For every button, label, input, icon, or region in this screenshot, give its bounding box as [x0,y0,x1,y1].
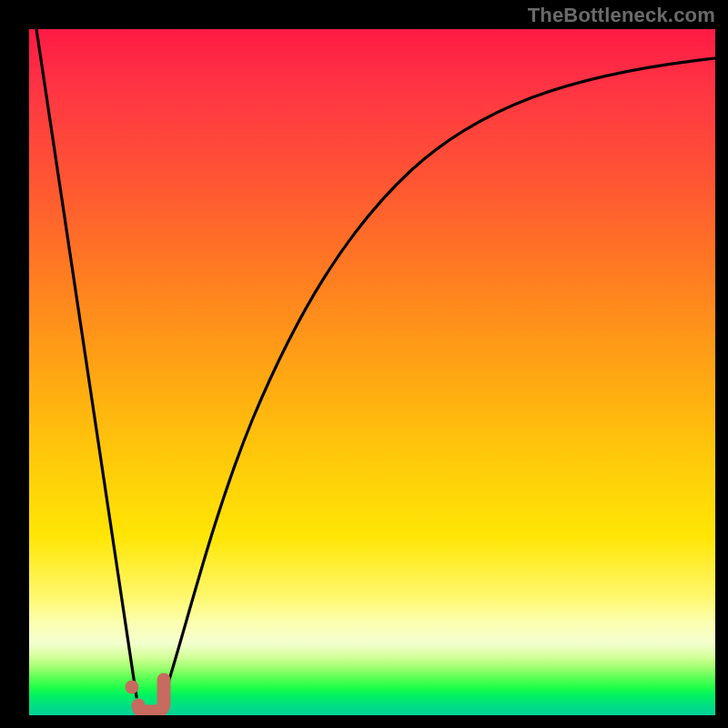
minimum-marker [126,680,165,712]
bottleneck-curve [29,29,715,715]
chart-frame: TheBottleneck.com [0,0,728,728]
curve-right-limb [164,58,715,697]
curve-left-limb [36,29,136,697]
svg-point-0 [126,681,139,694]
plot-area [29,29,715,715]
watermark-text: TheBottleneck.com [528,4,715,27]
